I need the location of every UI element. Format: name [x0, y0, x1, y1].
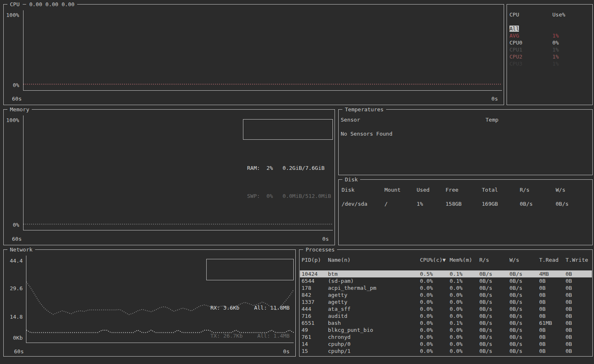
- process-cell-ws: 0B/s: [509, 284, 539, 291]
- process-row[interactable]: 10424 btm 0.5% 0.1% 0B/s 0B/s 4MB 0B: [300, 270, 592, 277]
- process-cell-twrite: 0B: [566, 277, 592, 284]
- temperatures-panel-title: Temperatures: [342, 106, 386, 113]
- cpu-legend-row-label: CPU0: [509, 40, 522, 46]
- disk-header-disk: Disk: [342, 186, 384, 193]
- process-cell-pid: 10424: [302, 270, 328, 277]
- process-cell-pid: 178: [302, 284, 328, 291]
- cpu-legend-row[interactable]: CPU2 1%: [507, 53, 592, 60]
- process-cell-pid: 761: [302, 333, 328, 341]
- cpu-legend-widget[interactable]: CPU Use% All AVG 1% CPU0 0% CPU1 1%: [507, 4, 593, 105]
- processes-header-rs[interactable]: R/s: [479, 256, 509, 263]
- process-row[interactable]: 14 cpuhp/0 0.0% 0.0% 0B/s 0B/s 0B 0B: [300, 341, 592, 348]
- processes-header-cpu-sort-desc[interactable]: CPU%(c)▼: [420, 256, 450, 263]
- disk-header: Disk Mount Used Free Total R/s W/s: [339, 186, 592, 193]
- process-cell-mem: 0.0%: [450, 305, 479, 312]
- network-legend-line: TX: 26.7Kb All: 1.4MB: [210, 332, 290, 339]
- process-row[interactable]: 1337 agetty 0.0% 0.0% 0B/s 0B/s 0B 0B: [300, 298, 592, 305]
- network-legend-rate: TX: 26.7Kb: [210, 332, 243, 339]
- process-cell-name: ata_sff: [328, 305, 420, 312]
- process-cell-cpu: 0.0%: [420, 291, 450, 298]
- network-legend-rate: RX: 3.6Kb: [210, 304, 239, 311]
- process-row[interactable]: 6544 (sd-pam) 0.0% 0.1% 0B/s 0B/s 0B 0B: [300, 277, 592, 284]
- network-legend-line: RX: 3.6Kb All: 11.8MB: [210, 304, 290, 311]
- process-cell-tread: 0B: [539, 333, 566, 341]
- process-row[interactable]: 761 chronyd 0.0% 0.0% 0B/s 0B/s 0B 0B: [300, 333, 592, 341]
- process-cell-twrite: 0B: [566, 270, 592, 277]
- process-row[interactable]: 15 cpuhp/1 0.0% 0.0% 0B/s 0B/s 0B 0B: [300, 348, 592, 355]
- memory-xtick-left: 60s: [12, 235, 21, 242]
- cpu-widget[interactable]: CPU ─ 0.00 0.00 0.00 100% 0% 60s 0s: [3, 4, 504, 105]
- disk-cell-disk: /dev/sda: [342, 200, 384, 207]
- cpu-xtick-right: 0s: [491, 95, 498, 102]
- temperatures-widget[interactable]: Temperatures Sensor Temp No Sensors Foun…: [338, 109, 593, 175]
- network-xtick-left: 60s: [14, 348, 24, 355]
- processes-widget[interactable]: Processes PID(p) Name(n) CPU%(c)▼ Mem%(m…: [299, 249, 593, 357]
- processes-header-name[interactable]: Name(n): [328, 256, 420, 263]
- process-cell-tread: 0B: [539, 348, 566, 355]
- process-cell-cpu: 0.0%: [420, 326, 450, 333]
- network-widget[interactable]: Network 44.4 29.6 14.8 0Kb RX: 3.6Kb All…: [3, 249, 296, 357]
- process-row[interactable]: 178 acpi_thermal_pm 0.0% 0.0% 0B/s 0B/s …: [300, 284, 592, 291]
- cpu-legend-row[interactable]: All: [507, 25, 592, 32]
- cpu-legend-row[interactable]: AVG 1%: [507, 32, 592, 39]
- process-cell-rs: 0B/s: [479, 319, 509, 326]
- disk-cell-used: 1%: [417, 200, 446, 207]
- process-cell-rs: 0B/s: [479, 284, 509, 291]
- process-cell-cpu: 0.0%: [420, 284, 450, 291]
- process-cell-pid: 842: [302, 291, 328, 298]
- cpu-legend-header-cpu[interactable]: CPU: [509, 11, 552, 18]
- process-cell-mem: 0.0%: [450, 348, 479, 355]
- disk-row[interactable]: /dev/sda / 1% 158GB 169GB 0B/s 0B/s: [339, 200, 592, 207]
- btm-system-monitor: { "colors": { "background": "#2b2b2b", "…: [0, 0, 594, 364]
- process-cell-cpu: 0.0%: [420, 319, 450, 326]
- memory-widget[interactable]: Memory 100% 0% RAM: 2% 0.2GiB/7.6GiB SWP…: [3, 109, 335, 245]
- process-cell-cpu: 0.0%: [420, 333, 450, 341]
- process-cell-twrite: 0B: [566, 319, 592, 326]
- process-cell-ws: 0B/s: [509, 305, 539, 312]
- memory-xtick-right: 0s: [322, 235, 329, 242]
- processes-header-pid[interactable]: PID(p): [302, 256, 328, 263]
- processes-header-tread[interactable]: T.Read: [539, 256, 566, 263]
- process-cell-twrite: 0B: [566, 326, 592, 333]
- process-cell-tread: 0B: [539, 298, 566, 305]
- processes-header-twrite[interactable]: T.Write: [566, 256, 592, 263]
- process-row[interactable]: 716 auditd 0.0% 0.0% 0B/s 0B/s 0B 0B: [300, 312, 592, 319]
- processes-panel-title: Processes: [303, 246, 337, 253]
- cpu-xtick-left: 60s: [12, 95, 21, 102]
- process-row[interactable]: 444 ata_sff 0.0% 0.0% 0B/s 0B/s 0B 0B: [300, 305, 592, 312]
- cpu-chart: [24, 10, 502, 90]
- process-cell-cpu: 0.0%: [420, 341, 450, 348]
- process-cell-tread: 4MB: [539, 270, 566, 277]
- process-row[interactable]: 49 blkcg_punt_bio 0.0% 0.0% 0B/s 0B/s 0B…: [300, 326, 592, 333]
- network-panel-title: Network: [7, 246, 35, 253]
- process-cell-tread: 0B: [539, 312, 566, 319]
- cpu-legend-row-value: 1%: [552, 53, 592, 60]
- disk-header-used: Used: [417, 186, 446, 193]
- cpu-legend-row[interactable]: CPU3 1%: [507, 60, 592, 67]
- disk-widget[interactable]: Disk Disk Mount Used Free Total R/s W/s …: [338, 179, 593, 245]
- disk-header-total: Total: [482, 186, 520, 193]
- processes-header-ws[interactable]: W/s: [509, 256, 539, 263]
- process-cell-ws: 0B/s: [509, 277, 539, 284]
- cpu-legend-row-label: CPU3: [509, 61, 522, 67]
- cpu-legend-row-value: 1%: [552, 32, 592, 39]
- process-cell-twrite: 0B: [566, 312, 592, 319]
- cpu-legend-row[interactable]: CPU1 1%: [507, 46, 592, 53]
- process-cell-pid: 1337: [302, 298, 328, 305]
- cpu-legend-row-label: AVG: [509, 33, 519, 39]
- cpu-legend-header-use[interactable]: Use%: [552, 11, 592, 18]
- process-cell-twrite: 0B: [566, 341, 592, 348]
- cpu-legend-row[interactable]: CPU0 0%: [507, 39, 592, 46]
- process-cell-rs: 0B/s: [479, 298, 509, 305]
- process-cell-mem: 0.0%: [450, 326, 479, 333]
- process-cell-rs: 0B/s: [479, 291, 509, 298]
- process-cell-mem: 0.0%: [450, 298, 479, 305]
- process-cell-tread: 0B: [539, 341, 566, 348]
- processes-header-mem[interactable]: Mem%(m): [450, 256, 479, 263]
- process-row[interactable]: 842 agetty 0.0% 0.0% 0B/s 0B/s 0B 0B: [300, 291, 592, 298]
- process-cell-cpu: 0.0%: [420, 348, 450, 355]
- cpu-legend-row-value: [552, 25, 592, 32]
- memory-legend-box: RAM: 2% 0.2GiB/7.6GiB SWP: 0% 0.0MiB/512…: [243, 119, 333, 140]
- process-row[interactable]: 6551 bash 0.0% 0.1% 0B/s 0B/s 61MB 0B: [300, 319, 592, 326]
- disk-header-free: Free: [446, 186, 482, 193]
